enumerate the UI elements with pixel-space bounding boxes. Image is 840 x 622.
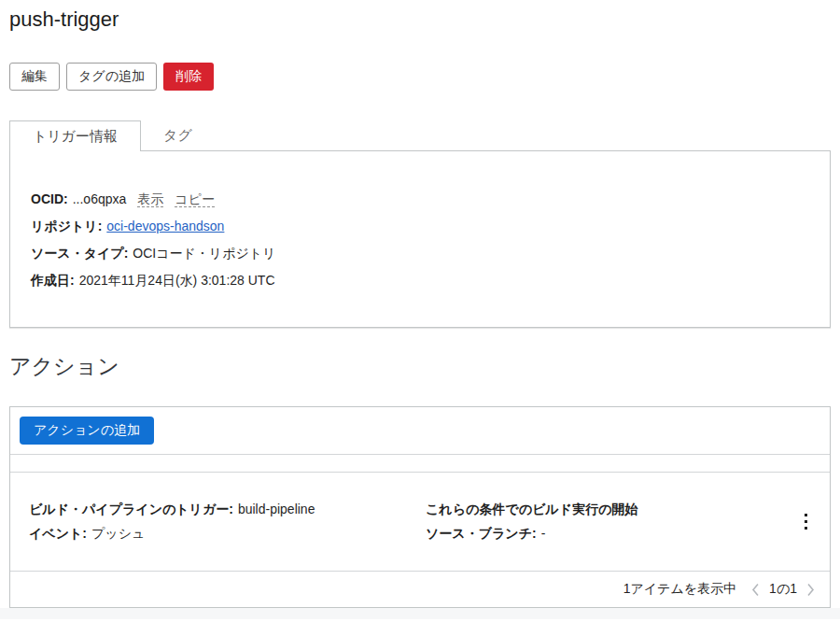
repository-row: リポジトリ:oci-devops-handson xyxy=(31,217,809,235)
event-label: イベント: xyxy=(29,526,87,541)
delete-button[interactable]: 削除 xyxy=(163,63,214,91)
pager: 1の1 xyxy=(751,581,815,598)
actions-panel-toolbar: アクションの追加 xyxy=(10,407,830,454)
pagination-summary: 1アイテムを表示中 xyxy=(623,581,736,598)
source-type-row: ソース・タイプ:OCIコード・リポジトリ xyxy=(31,244,809,262)
kebab-menu-icon[interactable] xyxy=(794,509,817,534)
created-label: 作成日: xyxy=(31,273,75,288)
pipeline-value: build-pipeline xyxy=(238,502,315,516)
action-row-left-column: ビルド・パイプラインのトリガー:build-pipeline イベント:プッシュ xyxy=(29,497,426,545)
repository-label: リポジトリ: xyxy=(31,219,102,233)
ocid-copy-link[interactable]: コピー xyxy=(175,191,215,207)
page-bottom-strip xyxy=(0,608,840,619)
event-value: プッシュ xyxy=(91,526,145,541)
ocid-show-link[interactable]: 表示 xyxy=(137,191,163,207)
kebab-dot xyxy=(805,520,807,523)
tab-tags[interactable]: タグ xyxy=(141,120,215,151)
actions-section-heading: アクション xyxy=(9,354,831,379)
source-type-label: ソース・タイプ: xyxy=(31,246,128,261)
action-toolbar: 編集 タグの追加 削除 xyxy=(9,63,831,91)
page-title: push-trigger xyxy=(9,0,831,34)
pipeline-line: ビルド・パイプラインのトリガー:build-pipeline xyxy=(29,497,426,521)
ocid-row: OCID:...o6qpxa表示コピー xyxy=(31,190,809,208)
add-action-button[interactable]: アクションの追加 xyxy=(20,417,154,445)
ocid-label: OCID: xyxy=(31,191,68,206)
chevron-left-icon[interactable] xyxy=(751,583,760,597)
page-indicator: 1の1 xyxy=(769,581,797,598)
condition-heading: これらの条件でのビルド実行の開始 xyxy=(426,497,790,521)
created-row: 作成日:2021年11月24日(水) 3:01:28 UTC xyxy=(31,271,809,290)
tab-bar: トリガー情報 タグ xyxy=(9,120,831,151)
tab-trigger-info[interactable]: トリガー情報 xyxy=(9,120,141,151)
kebab-dot xyxy=(805,514,807,516)
trigger-info-panel: OCID:...o6qpxa表示コピー リポジトリ:oci-devops-han… xyxy=(9,150,831,328)
pipeline-label: ビルド・パイプラインのトリガー: xyxy=(29,502,233,516)
action-row-right-column: これらの条件でのビルド実行の開始 ソース・ブランチ:- xyxy=(426,497,794,545)
created-value: 2021年11月24日(水) 3:01:28 UTC xyxy=(79,273,275,288)
actions-table-footer: 1アイテムを表示中 1の1 xyxy=(10,571,830,607)
event-line: イベント:プッシュ xyxy=(29,521,426,545)
ocid-value: ...o6qpxa xyxy=(73,191,127,206)
add-tags-button[interactable]: タグの追加 xyxy=(66,63,157,91)
table-row: ビルド・パイプラインのトリガー:build-pipeline イベント:プッシュ… xyxy=(10,473,830,571)
branch-line: ソース・ブランチ:- xyxy=(426,521,794,545)
actions-table-header xyxy=(10,454,830,473)
edit-button[interactable]: 編集 xyxy=(9,63,60,91)
chevron-right-icon[interactable] xyxy=(806,583,815,597)
page-container: push-trigger 編集 タグの追加 削除 トリガー情報 タグ OCID:… xyxy=(0,0,840,608)
source-type-value: OCIコード・リポジトリ xyxy=(133,246,275,261)
actions-panel: アクションの追加 ビルド・パイプラインのトリガー:build-pipeline … xyxy=(9,406,831,608)
branch-label: ソース・ブランチ: xyxy=(426,526,537,541)
repository-link[interactable]: oci-devops-handson xyxy=(106,219,224,233)
branch-value: - xyxy=(541,526,546,541)
kebab-dot xyxy=(805,527,807,530)
